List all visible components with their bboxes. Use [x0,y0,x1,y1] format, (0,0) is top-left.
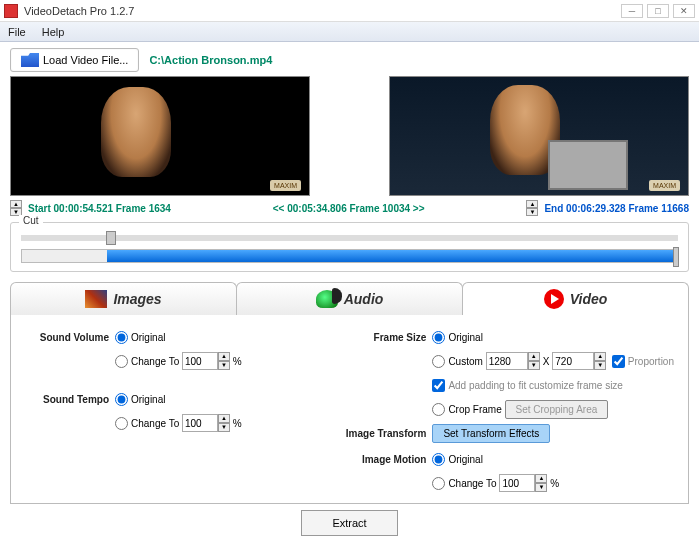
spinner-up-icon[interactable]: ▲ [10,200,22,208]
spinner-down-icon[interactable]: ▼ [526,208,538,216]
preview-start[interactable]: MAXIM [10,76,310,196]
sound-volume-input[interactable] [182,352,218,370]
tab-audio-label: Audio [344,291,384,307]
image-motion-spinner[interactable]: ▲▼ [535,474,547,492]
maximize-button[interactable]: □ [647,4,669,18]
frame-height-input[interactable] [552,352,594,370]
sound-tempo-label: Sound Tempo [25,394,115,405]
sound-tempo-spinner[interactable]: ▲▼ [218,414,230,432]
cut-range-fill [107,250,677,262]
menu-help[interactable]: Help [42,26,65,38]
cut-legend: Cut [19,215,43,226]
current-time-label: << 00:05:34.806 Frame 10034 >> [177,203,521,214]
image-motion-change-radio[interactable]: Change To [432,477,496,490]
sound-tempo-input[interactable] [182,414,218,432]
tab-images[interactable]: Images [10,282,237,315]
images-icon [85,290,107,308]
unit: % [233,356,242,367]
folder-icon [21,53,39,67]
audio-icon [316,290,338,308]
frame-size-custom-radio[interactable]: Custom [432,355,482,368]
image-motion-input[interactable] [499,474,535,492]
end-frame-spinner[interactable]: ▲ ▼ [526,200,538,216]
sound-tempo-change-radio[interactable]: Change To [115,417,179,430]
preview-image [101,87,171,177]
end-time-label: End 00:06:29.328 Frame 11668 [544,203,689,214]
sound-volume-change-radio[interactable]: Change To [115,355,179,368]
unit: % [550,478,559,489]
sound-volume-spinner[interactable]: ▲▼ [218,352,230,370]
frame-size-label: Frame Size [322,332,432,343]
sound-volume-label: Sound Volume [25,332,115,343]
set-transform-button[interactable]: Set Transform Effects [432,424,550,443]
titlebar: VideoDetach Pro 1.2.7 ─ □ ✕ [0,0,699,22]
preview-end[interactable]: MAXIM [389,76,689,196]
frame-height-spinner[interactable]: ▲▼ [594,352,606,370]
menubar: File Help [0,22,699,42]
extract-button[interactable]: Extract [301,510,397,536]
cut-slider[interactable] [21,235,678,241]
tab-video-label: Video [570,291,608,307]
tab-panel-video: Sound Volume Original Change To ▲▼ % Sou… [10,315,689,504]
cut-group: Cut [10,222,689,272]
file-path: C:\Action Bronson.mp4 [149,54,272,66]
cut-range-bar[interactable] [21,249,678,263]
preview-laptop [548,140,628,190]
frame-size-original-radio[interactable]: Original [432,331,482,344]
load-video-label: Load Video File... [43,54,128,66]
watermark: MAXIM [649,180,680,191]
start-time-label: Start 00:00:54.521 Frame 1634 [28,203,171,214]
sound-tempo-original-radio[interactable]: Original [115,393,165,406]
slider-thumb[interactable] [106,231,116,245]
watermark: MAXIM [270,180,301,191]
image-motion-original-radio[interactable]: Original [432,453,482,466]
crop-frame-radio[interactable]: Crop Frame [432,403,501,416]
tabs: Images Audio Video [10,282,689,315]
x-label: X [540,356,553,367]
load-video-button[interactable]: Load Video File... [10,48,139,72]
start-frame-spinner[interactable]: ▲ ▼ [10,200,22,216]
minimize-button[interactable]: ─ [621,4,643,18]
proportion-checkbox[interactable]: Proportion [612,355,674,368]
close-button[interactable]: ✕ [673,4,695,18]
unit: % [233,418,242,429]
app-icon [4,4,18,18]
sound-volume-original-radio[interactable]: Original [115,331,165,344]
image-transform-label: Image Transform [322,428,432,439]
app-title: VideoDetach Pro 1.2.7 [24,5,621,17]
menu-file[interactable]: File [8,26,26,38]
image-motion-label: Image Motion [322,454,432,465]
spinner-up-icon[interactable]: ▲ [526,200,538,208]
tab-images-label: Images [113,291,161,307]
range-end-thumb[interactable] [673,247,679,267]
frame-width-spinner[interactable]: ▲▼ [528,352,540,370]
window-buttons: ─ □ ✕ [621,4,695,18]
set-cropping-button[interactable]: Set Cropping Area [505,400,609,419]
frame-width-input[interactable] [486,352,528,370]
padding-checkbox[interactable]: Add padding to fit customize frame size [432,379,623,392]
video-icon [544,289,564,309]
tab-video[interactable]: Video [462,282,689,315]
tab-audio[interactable]: Audio [236,282,463,315]
